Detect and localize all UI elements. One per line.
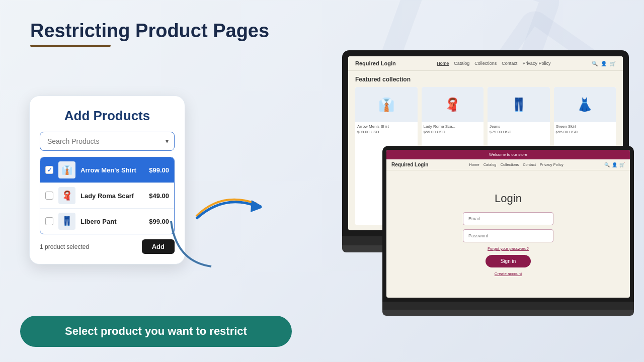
create-account-link[interactable]: Create account [495,272,522,276]
product-name-3: Libero Pant [80,218,117,225]
product-image-1: 👔 [58,161,75,178]
product-thumb-price-2: $59.00 USD [422,130,484,136]
product-item[interactable]: ✓ 👔 Arrow Men's Shirt $99.00 [40,157,174,183]
product-name-1: Arrow Men's Shirt [80,166,136,174]
blue-arrow [191,186,262,228]
product-thumb-name-4: Green Skirt [554,122,616,130]
product-thumb-name-3: Jeans [488,122,550,130]
front-cart-icon[interactable]: 🛒 [619,162,625,167]
nav-link-home[interactable]: Home [437,61,449,66]
product-footer: 1 product selected Add [40,239,175,254]
product-thumb-img-4: 👗 [554,87,616,122]
nav-link-catalog[interactable]: Catalog [454,61,469,66]
email-field[interactable] [463,212,553,225]
front-store-logo: Required Login [391,162,428,167]
main-container: Restricting Product Pages Add Products ▾… [0,0,644,362]
product-thumb-price-4: $55.00 USD [554,130,616,136]
laptop-front-content: Welcome to our store Required Login Home… [386,150,630,298]
product-image-2: 🧣 [58,187,75,204]
search-icon[interactable]: 🔍 [592,61,598,66]
nav-link-privacy[interactable]: Privacy Policy [522,61,550,66]
direction-arrow-icon [191,186,262,226]
banner-text: Select product you want to restrict [65,325,247,338]
product-price-2: $49.00 [149,192,169,200]
nav-link-contact[interactable]: Contact [502,61,517,66]
cart-icon[interactable]: 🛒 [610,61,616,66]
product-thumb-img-3: 👖 [488,87,550,122]
sign-in-button[interactable]: Sign in [486,255,531,267]
front-user-icon[interactable]: 👤 [612,162,617,167]
welcome-banner: Welcome to our store [386,150,630,159]
product-image-3: 👖 [58,213,75,230]
nav-link-collections[interactable]: Collections [474,61,497,66]
front-nav-catalog[interactable]: Catalog [484,162,497,167]
front-store-nav: Required Login Home Catalog Collections … [386,159,630,170]
checkmark-icon: ✓ [47,167,52,173]
laptop-front: Welcome to our store Required Login Home… [382,146,634,327]
svg-marker-0 [251,200,262,212]
search-input[interactable] [40,132,175,151]
store-nav: Required Login Home Catalog Collections … [348,56,623,71]
product-info-3: Libero Pant $99.00 [80,218,169,225]
title-underline [30,45,111,47]
featured-collection-title: Featured collection [348,71,623,87]
store-nav-icons: 🔍 👤 🛒 [592,61,616,66]
laptop-front-stand [382,302,634,310]
store-logo: Required Login [355,60,396,66]
product-thumb-img-2: 🧣 [422,87,484,122]
login-area: Login Forgot your password? Sign in Crea… [386,170,630,298]
front-nav-links: Home Catalog Collections Contact Privacy… [469,162,564,167]
chevron-down-icon: ▾ [166,138,169,145]
product-checkbox-2[interactable] [45,192,53,200]
product-thumb-price-3: $79.00 USD [488,130,550,136]
product-checkbox-3[interactable] [45,217,53,225]
front-nav-home[interactable]: Home [469,162,479,167]
product-item[interactable]: 👖 Libero Pant $99.00 [40,209,174,234]
search-container: ▾ [40,132,175,151]
product-thumb-name-1: Arrow Men's Shirt [355,122,418,130]
product-info-1: Arrow Men's Shirt $99.00 [80,166,169,174]
page-title: Restricting Product Pages [30,20,614,42]
product-thumb-img-1: 👔 [355,87,418,122]
laptop-front-screen: Welcome to our store Required Login Home… [382,146,634,302]
product-list: ✓ 👔 Arrow Men's Shirt $99.00 🧣 Lady Roma… [40,157,175,234]
product-name-2: Lady Roma Scarf [80,192,134,200]
front-nav-contact[interactable]: Contact [523,162,536,167]
product-item[interactable]: 🧣 Lady Roma Scarf $49.00 [40,183,174,209]
user-icon[interactable]: 👤 [601,61,607,66]
forgot-password-link[interactable]: Forgot your password? [488,246,529,251]
front-nav-collections[interactable]: Collections [500,162,519,167]
selected-count: 1 product selected [40,243,89,250]
add-products-title: Add Products [40,108,175,124]
product-price-1: $99.00 [149,166,169,174]
front-nav-privacy[interactable]: Privacy Policy [540,162,564,167]
product-info-2: Lady Roma Scarf $49.00 [80,192,169,200]
product-thumb-price-1: $99.00 USD [355,130,418,136]
password-field[interactable] [463,229,553,242]
login-title: Login [495,192,522,205]
product-thumb-name-2: Lady Roma Sca... [422,122,484,130]
front-nav-icons: 🔍 👤 🛒 [604,162,625,167]
bottom-banner: Select product you want to restrict [20,316,292,347]
laptop-front-base [382,310,634,316]
store-nav-links: Home Catalog Collections Contact Privacy… [437,61,550,66]
product-checkbox-1[interactable]: ✓ [45,166,53,174]
front-search-icon[interactable]: 🔍 [604,162,610,167]
